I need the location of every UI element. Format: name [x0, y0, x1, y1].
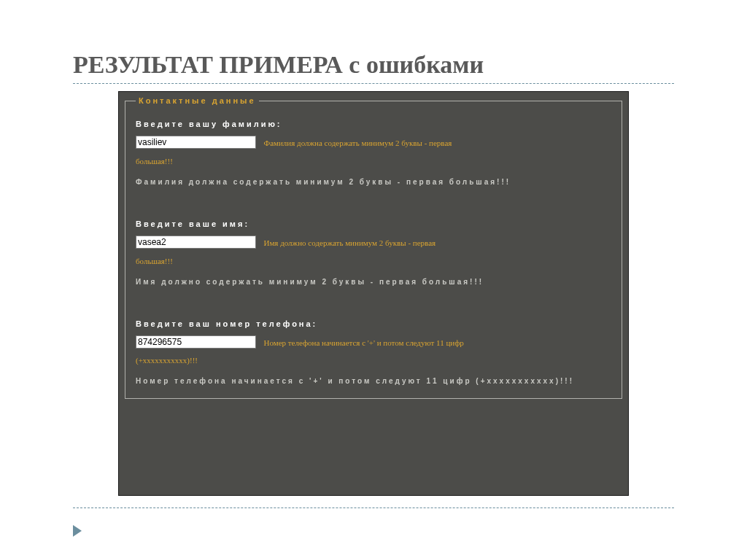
phone-group: Введите ваш номер телефона: Номер телефо…: [136, 319, 611, 389]
divider-bottom: [73, 508, 674, 508]
form-panel: Контактные данные Введите вашу фамилию: …: [118, 91, 629, 496]
name-group: Введите ваше имя: Имя должно содержать м…: [136, 219, 611, 289]
surname-static-hint: Фамилия должна содержать минимум 2 буквы…: [136, 176, 611, 189]
name-error-cont: большая!!!: [136, 257, 611, 265]
fieldset-legend: Контактные данные: [136, 96, 259, 105]
surname-group: Введите вашу фамилию: Фамилия должна сод…: [136, 120, 611, 189]
name-label: Введите ваше имя:: [136, 219, 611, 228]
next-arrow-icon: [73, 525, 82, 537]
divider-top: [73, 83, 674, 84]
phone-static-hint: Номер телефона начинается с '+' и потом …: [136, 375, 611, 388]
slide: РЕЗУЛЬТАТ ПРИМЕРА с ошибками Контактные …: [0, 0, 747, 560]
name-static-hint: Имя должно содержать минимум 2 буквы - п…: [136, 276, 611, 289]
phone-input[interactable]: [136, 335, 256, 349]
phone-label: Введите ваш номер телефона:: [136, 319, 611, 328]
phone-error-cont: (+xxxxxxxxxxx)!!!: [136, 356, 611, 365]
surname-error-cont: большая!!!: [136, 157, 611, 166]
panel-wrap: Контактные данные Введите вашу фамилию: …: [73, 91, 674, 496]
name-error-inline: Имя должно содержать минимум 2 буквы - п…: [263, 238, 436, 247]
name-input[interactable]: [136, 236, 256, 249]
surname-label: Введите вашу фамилию:: [136, 120, 611, 128]
phone-error-inline: Номер телефона начинается с '+' и потом …: [263, 338, 463, 347]
slide-title: РЕЗУЛЬТАТ ПРИМЕРА с ошибками: [73, 51, 674, 79]
surname-error-inline: Фамилия должна содержать минимум 2 буквы…: [263, 139, 452, 147]
surname-input[interactable]: [136, 136, 256, 149]
contact-fieldset: Контактные данные Введите вашу фамилию: …: [125, 96, 622, 399]
